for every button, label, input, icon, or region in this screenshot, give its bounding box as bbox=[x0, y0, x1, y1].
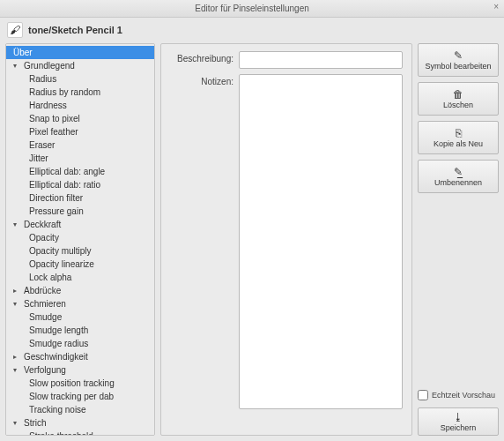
tree-item[interactable]: Opacity bbox=[6, 231, 154, 244]
description-label: Beschreibung: bbox=[170, 51, 233, 64]
edit-symbol-label: Symbol bearbeiten bbox=[425, 62, 491, 71]
tree-group-label: Deckkraft bbox=[24, 220, 61, 229]
tree-item[interactable]: Slow position tracking bbox=[6, 377, 154, 390]
tree-item[interactable]: Smudge radius bbox=[6, 337, 154, 350]
tree-item[interactable]: Radius by random bbox=[6, 86, 154, 99]
realtime-preview-input[interactable] bbox=[418, 390, 428, 400]
delete-label: Löschen bbox=[443, 101, 473, 109]
chevron-down-icon: ▾ bbox=[13, 220, 20, 228]
description-row: Beschreibung: bbox=[170, 51, 403, 69]
notes-textarea[interactable] bbox=[239, 74, 403, 409]
tree-item[interactable]: Direction filter bbox=[6, 191, 154, 205]
tree-group[interactable]: ▾Verfolgung bbox=[6, 363, 154, 377]
description-input[interactable] bbox=[239, 51, 403, 69]
magic-wand-icon: ✎ bbox=[454, 50, 463, 61]
chevron-down-icon: ▾ bbox=[13, 366, 20, 374]
tree-group-label: Grundlegend bbox=[24, 61, 75, 71]
brush-name: tone/Sketch Pencil 1 bbox=[28, 25, 122, 35]
brush-icon: 🖌 bbox=[7, 22, 23, 38]
delete-button[interactable]: 🗑 Löschen bbox=[418, 82, 499, 116]
realtime-preview-label: Echtzeit Vorschau bbox=[432, 391, 495, 400]
tree-group[interactable]: ▾Schmieren bbox=[6, 297, 154, 310]
tree-group[interactable]: ▾Deckkraft bbox=[6, 218, 154, 231]
rename-icon: ✎̲ bbox=[454, 167, 463, 177]
window-title: Editor für Pinseleinstellungen bbox=[195, 4, 309, 13]
trash-icon: 🗑 bbox=[453, 89, 463, 100]
save-label: Speichern bbox=[441, 423, 477, 432]
tree-group-label: Verfolgung bbox=[24, 365, 66, 375]
chevron-down-icon: ▾ bbox=[13, 300, 20, 308]
tree-item[interactable]: Pressure gain bbox=[6, 205, 154, 218]
tree-item[interactable]: Eraser bbox=[6, 138, 154, 152]
tree-item[interactable]: Pixel feather bbox=[6, 125, 154, 138]
notes-row: Notizen: bbox=[170, 74, 403, 422]
tree-item[interactable]: Opacity linearize bbox=[6, 258, 154, 271]
close-icon[interactable]: × bbox=[493, 2, 499, 11]
save-button[interactable]: ⭳ Speichern bbox=[418, 407, 499, 436]
tree-item[interactable]: Slow tracking per dab bbox=[6, 390, 154, 403]
tree-item[interactable]: Snap to pixel bbox=[6, 112, 154, 125]
tree-group-label: Abdrücke bbox=[24, 286, 61, 295]
header: 🖌 tone/Sketch Pencil 1 bbox=[0, 18, 504, 40]
chevron-down-icon: ▾ bbox=[13, 62, 20, 70]
rename-button[interactable]: ✎̲ Umbenennen bbox=[418, 160, 499, 193]
tree-item[interactable]: Stroke threshold bbox=[6, 430, 154, 436]
realtime-preview-checkbox[interactable]: Echtzeit Vorschau bbox=[418, 388, 499, 402]
save-icon: ⭳ bbox=[453, 412, 463, 422]
tree-group-label: Schmieren bbox=[24, 299, 66, 309]
chevron-right-icon: ▸ bbox=[13, 353, 20, 361]
tree-item[interactable]: Elliptical dab: ratio bbox=[6, 178, 154, 191]
chevron-right-icon: ▸ bbox=[13, 287, 20, 295]
form-panel: Beschreibung: Notizen: bbox=[160, 43, 412, 436]
content: Über▾GrundlegendRadiusRadius by randomHa… bbox=[0, 40, 504, 441]
tree-item[interactable]: Lock alpha bbox=[6, 271, 154, 284]
tree-item[interactable]: Smudge length bbox=[6, 324, 154, 337]
copy-as-new-label: Kopie als Neu bbox=[434, 139, 483, 148]
tree-item-about[interactable]: Über bbox=[6, 46, 154, 59]
tree-item[interactable]: Opacity multiply bbox=[6, 244, 154, 258]
window: Editor für Pinseleinstellungen × 🖌 tone/… bbox=[0, 0, 504, 441]
copy-icon: ⎘ bbox=[456, 128, 462, 138]
notes-label: Notizen: bbox=[170, 74, 233, 86]
rename-label: Umbenennen bbox=[434, 178, 482, 187]
right-panel: ✎ Symbol bearbeiten 🗑 Löschen ⎘ Kopie al… bbox=[418, 43, 499, 436]
tree-group[interactable]: ▸Abdrücke bbox=[6, 284, 154, 297]
tree: Über▾GrundlegendRadiusRadius by randomHa… bbox=[6, 46, 154, 436]
tree-panel: Über▾GrundlegendRadiusRadius by randomHa… bbox=[5, 43, 155, 436]
tree-group[interactable]: ▾Strich bbox=[6, 416, 154, 430]
tree-item[interactable]: Hardness bbox=[6, 99, 154, 112]
tree-item[interactable]: Tracking noise bbox=[6, 403, 154, 416]
tree-item[interactable]: Jitter bbox=[6, 152, 154, 165]
copy-as-new-button[interactable]: ⎘ Kopie als Neu bbox=[418, 121, 499, 154]
tree-group[interactable]: ▸Geschwindigkeit bbox=[6, 350, 154, 363]
tree-group-label: Geschwindigkeit bbox=[24, 352, 88, 362]
chevron-down-icon: ▾ bbox=[13, 419, 20, 427]
edit-symbol-button[interactable]: ✎ Symbol bearbeiten bbox=[418, 43, 499, 77]
tree-item[interactable]: Radius bbox=[6, 72, 154, 86]
tree-item[interactable]: Elliptical dab: angle bbox=[6, 165, 154, 178]
titlebar: Editor für Pinseleinstellungen × bbox=[0, 0, 504, 18]
tree-group[interactable]: ▾Grundlegend bbox=[6, 59, 154, 72]
tree-item[interactable]: Smudge bbox=[6, 310, 154, 324]
tree-group-label: Strich bbox=[24, 418, 47, 428]
